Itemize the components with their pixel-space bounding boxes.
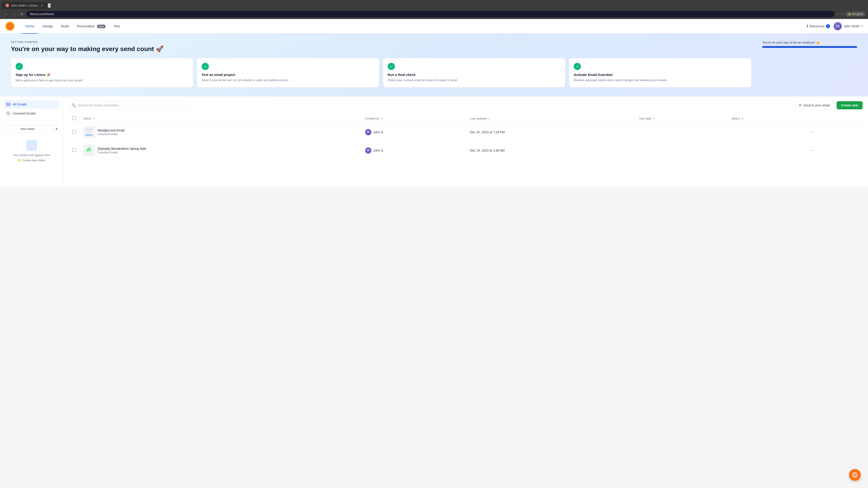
nav-item-personalize[interactable]: Personalize New bbox=[73, 22, 109, 30]
new-tab-button[interactable]: + bbox=[48, 3, 51, 8]
browser-toolbar: ← → ↻ ☆ ▱ 🕵 Incognito bbox=[0, 9, 868, 19]
send-email-button[interactable]: ✉ Send in your email bbox=[795, 101, 834, 109]
nav-new-badge: New bbox=[97, 25, 105, 28]
gs-card-check-test: ✓ bbox=[202, 63, 209, 70]
app: Home Design Build Personalize New Test ℹ… bbox=[0, 19, 868, 187]
new-folder-button[interactable]: New folder bbox=[4, 125, 52, 133]
table-body: Moodjoy test Email Unsorted Emails JS Jo… bbox=[69, 123, 863, 160]
gs-card-title-test: Test an email project bbox=[202, 73, 375, 76]
getting-started-left: GETTING STARTED You're on your way to ma… bbox=[11, 41, 751, 88]
email-name-wonderblum: [Sample] Wonderblum Spring Sale bbox=[98, 147, 146, 151]
main-toolbar: 🔍 ✉ Send in your email Create new bbox=[69, 101, 863, 109]
svg-rect-7 bbox=[86, 131, 92, 132]
resources-label: Resources bbox=[809, 24, 825, 28]
folder-placeholder: Your folders will appear here 📁 Create n… bbox=[4, 134, 59, 167]
sidebar-item-all-emails[interactable]: All Emails bbox=[4, 100, 59, 109]
browser-tab-active[interactable]: John Smith > Litmus ✕ bbox=[2, 2, 47, 9]
sidebar-toggle-icon[interactable]: ▱ bbox=[841, 12, 844, 16]
nav-item-test[interactable]: Test bbox=[110, 22, 124, 30]
nav-item-design[interactable]: Design bbox=[39, 22, 57, 30]
all-emails-label: All Emails bbox=[13, 103, 26, 106]
sidebar-item-unsorted[interactable]: Unsorted Emails bbox=[4, 109, 59, 118]
status-moodjoy bbox=[728, 123, 805, 141]
nav-items: Home Design Build Personalize New Test bbox=[22, 22, 807, 30]
all-emails-icon bbox=[6, 102, 10, 106]
row-actions-button-wonderblum[interactable]: ··· bbox=[809, 147, 816, 153]
created-by-wonderblum: JS John S. bbox=[365, 147, 463, 154]
email-thumbnail-wonderblum bbox=[83, 144, 95, 156]
gs-card-text-test: Send in your email and run QA checks to … bbox=[202, 78, 375, 83]
bookmark-icon[interactable]: ☆ bbox=[836, 12, 839, 16]
create-new-button[interactable]: Create new bbox=[837, 101, 863, 109]
row-actions-button-moodjoy[interactable]: ··· bbox=[809, 129, 816, 135]
getting-started-cards: ✓ Sign up for Litmus 🎉 We're glad you're… bbox=[11, 58, 751, 88]
back-button[interactable]: ← bbox=[3, 11, 9, 17]
gs-card-test: ✓ Test an email project Send in your ema… bbox=[197, 58, 379, 88]
search-bar: 🔍 bbox=[69, 101, 186, 109]
avatar-initials: JS bbox=[836, 24, 839, 28]
table-row: Moodjoy test Email Unsorted Emails JS Jo… bbox=[69, 123, 863, 141]
sort-due-icon[interactable]: ⇅ bbox=[653, 117, 655, 120]
gs-card-text-signup: We're glad you're here to get more from … bbox=[16, 78, 188, 83]
user-profile-button[interactable]: JS John Smith ▾ bbox=[834, 22, 863, 30]
sort-created-icon[interactable]: ⇅ bbox=[381, 117, 383, 120]
due-date-moodjoy bbox=[636, 123, 728, 141]
svg-rect-2 bbox=[6, 103, 10, 106]
forward-button[interactable]: → bbox=[11, 11, 17, 17]
main-content: 🔍 ✉ Send in your email Create new bbox=[63, 96, 868, 187]
new-folder-area: New folder ≡ bbox=[4, 123, 59, 134]
gs-card-title-final: Run a final check bbox=[388, 73, 561, 76]
row-checkbox-moodjoy[interactable] bbox=[72, 130, 76, 133]
sort-status-icon[interactable]: ⇅ bbox=[741, 117, 743, 120]
nav-item-home[interactable]: Home bbox=[22, 22, 38, 30]
litmus-logo[interactable] bbox=[5, 22, 14, 31]
search-icon: 🔍 bbox=[71, 103, 76, 107]
search-input[interactable] bbox=[69, 101, 186, 109]
last-updated-moodjoy: Dec 20, 2023 at 7:29 PM bbox=[466, 123, 636, 141]
svg-rect-6 bbox=[86, 131, 93, 131]
reload-button[interactable]: ↻ bbox=[19, 11, 25, 17]
svg-rect-16 bbox=[86, 153, 91, 154]
emails-section: All Emails Unsorted Emails New folder bbox=[0, 96, 868, 187]
tab-close-button[interactable]: ✕ bbox=[41, 4, 43, 7]
col-header-name: Name ⇅ bbox=[80, 114, 362, 123]
col-header-created-by: Created by ⇅ bbox=[362, 114, 466, 123]
created-by-name-moodjoy: John S. bbox=[373, 130, 384, 134]
incognito-icon: 🕵 bbox=[848, 12, 851, 15]
nav-personalize-label: Personalize bbox=[77, 24, 94, 28]
create-folder-link[interactable]: 📁 Create new folder bbox=[6, 159, 57, 162]
gs-card-signup: ✓ Sign up for Litmus 🎉 We're glad you're… bbox=[11, 58, 193, 88]
getting-started-section: GETTING STARTED You're on your way to ma… bbox=[0, 33, 868, 96]
progress-fill bbox=[762, 46, 857, 48]
gs-card-check-guardian: ✓ bbox=[574, 63, 581, 70]
sort-updated-icon[interactable]: ⇅ bbox=[489, 117, 491, 120]
send-icon: ✉ bbox=[799, 103, 802, 107]
sort-name-icon[interactable]: ⇅ bbox=[93, 117, 95, 120]
nav-right: ℹ Resources 1 JS John Smith ▾ bbox=[807, 22, 863, 30]
browser-chrome: John Smith > Litmus ✕ + ← → ↻ ☆ ▱ 🕵 Inco… bbox=[0, 0, 868, 19]
select-all-checkbox[interactable] bbox=[72, 116, 76, 120]
email-name-moodjoy: Moodjoy test Email bbox=[98, 129, 124, 132]
email-info-wonderblum: [Sample] Wonderblum Spring Sale Unsorted… bbox=[98, 147, 146, 154]
emails-table: Name ⇅ Created by ⇅ Last updated ⇅ Due bbox=[69, 114, 863, 160]
svg-rect-10 bbox=[86, 134, 93, 136]
resources-button[interactable]: ℹ Resources 1 bbox=[807, 24, 830, 28]
address-bar[interactable] bbox=[26, 11, 835, 17]
nav-item-build[interactable]: Build bbox=[58, 22, 72, 30]
row-checkbox-wonderblum[interactable] bbox=[72, 148, 76, 152]
status-wonderblum bbox=[728, 141, 805, 160]
folder-options-button[interactable]: ≡ bbox=[54, 125, 59, 133]
svg-rect-15 bbox=[86, 152, 93, 153]
sidebar: All Emails Unsorted Emails New folder bbox=[0, 96, 63, 187]
browser-tab-bar: John Smith > Litmus ✕ + bbox=[0, 0, 868, 9]
gs-card-title-guardian: Activate Email Guardian bbox=[574, 73, 747, 76]
gs-card-check-signup: ✓ bbox=[16, 63, 23, 70]
folder-placeholder-text: Your folders will appear here bbox=[6, 153, 57, 157]
resources-count: 1 bbox=[826, 24, 830, 28]
svg-point-14 bbox=[89, 149, 92, 152]
svg-rect-8 bbox=[86, 132, 93, 133]
svg-point-13 bbox=[87, 149, 89, 152]
due-date-wonderblum bbox=[636, 141, 728, 160]
unsorted-label: Unsorted Emails bbox=[13, 111, 36, 115]
created-by-name-wonderblum: John S. bbox=[373, 149, 384, 152]
